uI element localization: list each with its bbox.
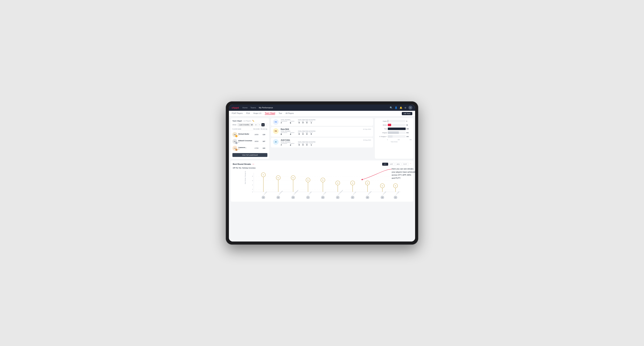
col-name-header: PLAYER NAME	[232, 128, 252, 130]
chart-val: 3	[406, 120, 412, 122]
person-icon[interactable]: 👤	[394, 106, 398, 109]
app-stat: APP 0	[302, 121, 304, 124]
chart-area: Eagles 3 Birdies 96	[376, 120, 412, 138]
streaks-arrow-icon: ←	[252, 163, 255, 166]
svg-text:4x: 4x	[367, 182, 368, 184]
table-row[interactable]: RB 1 Richard Butler ♦ 19/20 110	[232, 131, 268, 138]
rounds-group: Total Rounds Tournament 7 Practice	[281, 119, 294, 124]
grid-view-btn[interactable]: ⊞	[254, 123, 258, 126]
activities-label: Total Practice Activities	[298, 119, 315, 120]
arg-val: 0	[306, 133, 308, 135]
bar-chart-card: Eagles 3 Birdies 96	[375, 118, 413, 159]
practice-val: 6	[290, 122, 294, 124]
app-val: 0	[302, 133, 304, 135]
streaks-section: Best Round Streaks ← OTT APP ARG PUTT ← …	[231, 161, 413, 202]
player-date: 26 Aug 2023	[363, 139, 371, 141]
putt-val: 0	[310, 133, 313, 135]
nav-avatar[interactable]: U	[408, 106, 412, 110]
arg-filter-btn[interactable]: ARG	[395, 163, 401, 166]
table-row[interactable]: CA 3 Cameron... ◆ 17/20 103	[232, 145, 268, 152]
svg-text:E. Crossman: E. Crossman	[338, 190, 343, 195]
app-filter-btn[interactable]: APP	[389, 163, 394, 166]
player-avg: 107	[260, 141, 268, 142]
svg-text:3x: 3x	[382, 185, 383, 186]
nav-links: Home Teams My Performance	[242, 107, 273, 109]
svg-text:0: 0	[252, 191, 253, 192]
svg-text:5x: 5x	[322, 179, 324, 181]
player-score: 18/20	[252, 141, 260, 142]
player-stats: Total Rounds Tournament 8 Practice	[281, 131, 371, 135]
arg-stat: ARG 0	[306, 121, 308, 124]
subnav-team-clippd[interactable]: Team Clippd	[265, 112, 275, 115]
streaks-title: Best Round Streaks	[233, 163, 251, 165]
nav-my-performance[interactable]: My Performance	[259, 107, 273, 109]
player-name: Edward Crossman	[238, 140, 252, 142]
practice-label: Practice	[290, 132, 294, 133]
activities-group: Total Practice Activities OTT 0 APP	[298, 119, 315, 124]
svg-text:6x: 6x	[278, 177, 279, 178]
list-view-btn[interactable]: ≡	[258, 123, 261, 126]
name-row: Josh Coles 26 Aug 2023	[281, 139, 371, 141]
add-team-button[interactable]: Add Team	[402, 112, 412, 115]
player-table-header: PLAYER NAME PB SCORE PB AVG SQ	[232, 128, 268, 131]
chart-view-btn[interactable]: ↕	[265, 123, 268, 126]
chart-label: D. Bogeys +	[376, 136, 387, 137]
practice-label: Practice	[290, 143, 294, 144]
putt-stat: PUTT 1	[310, 143, 313, 146]
rounds-group: Total Rounds Tournament 7 Practice	[281, 141, 294, 146]
svg-text:8: 8	[252, 176, 253, 177]
subnav-hcaps[interactable]: Hcaps 1-5	[254, 112, 262, 115]
subnav-all-players[interactable]: All Players	[286, 112, 294, 115]
filter-arrow-icon: ←	[410, 163, 411, 166]
player-name: Cameron...	[238, 147, 252, 148]
app-val: 0	[302, 144, 304, 146]
table-row[interactable]: EC 2 Edward Crossman ◆ 18/20 107	[232, 138, 268, 145]
time-filter-select[interactable]: Last 3 months	[238, 123, 254, 126]
subnav-pgat[interactable]: PGAT Players	[232, 112, 242, 115]
streaks-filter: OTT APP ARG PUTT ←	[382, 163, 411, 166]
nav-home[interactable]: Home	[242, 107, 248, 109]
player-card: RB Total Rounds Tournament 7	[271, 118, 373, 126]
name-row: Rees Britt 02 Sep 2023	[281, 128, 371, 130]
chart-x-axis: 0 200 400	[376, 139, 412, 140]
chart-row-birdies: Birdies 96	[376, 124, 412, 126]
view-icons: ⊞ ≡ ▤ ↕	[254, 123, 268, 126]
chart-row-eagles: Eagles 3	[376, 120, 412, 122]
svg-text:6x: 6x	[292, 177, 294, 178]
location-icon[interactable]: ⊕	[404, 106, 406, 109]
arg-val: 0	[306, 122, 308, 124]
tournament-val: 7	[281, 122, 287, 124]
player-info: Total Rounds Tournament 7 Practice	[281, 119, 371, 124]
bell-icon[interactable]: 🔔	[400, 106, 402, 109]
svg-text:B. McHerg: B. McHerg	[278, 190, 283, 195]
team-name: Team Clippd	[232, 120, 242, 122]
streak-chart-svg: Best Streak, Fairway Accuracy 0 2 4 6 8 …	[233, 171, 411, 199]
ott-val: 0	[298, 144, 300, 146]
arg-stat: ARG 0	[306, 132, 308, 135]
subnav-tour[interactable]: Tour	[278, 112, 282, 115]
edit-icon[interactable]: ✏️	[252, 120, 254, 122]
search-icon[interactable]: 🔍	[390, 106, 392, 109]
x-tick: 200	[398, 139, 400, 140]
subnav-pga[interactable]: PGA	[246, 112, 250, 115]
rank-badge: 1	[235, 135, 238, 137]
chart-row-pars: Pars 499	[376, 128, 412, 130]
chart-bar	[388, 120, 388, 122]
tablet-screen: clippd Home Teams My Performance 🔍 👤 🔔 ⊕…	[229, 105, 415, 241]
chart-row-dbogeys: D. Bogeys + 131	[376, 135, 412, 138]
tablet-device: clippd Home Teams My Performance 🔍 👤 🔔 ⊕…	[226, 101, 418, 245]
nav-teams[interactable]: Teams	[250, 107, 256, 109]
view-full-leaderboard-button[interactable]: View Full Leaderboard	[232, 153, 268, 157]
player-avg: 110	[260, 134, 268, 135]
app-stat: APP 0	[302, 132, 304, 135]
ott-filter-btn[interactable]: OTT	[382, 163, 388, 166]
avatar: RB	[273, 119, 278, 125]
svg-text:M. Maher: M. Maher	[368, 191, 372, 195]
x-tick: 0	[387, 139, 388, 140]
sub-nav: PGAT Players PGA Hcaps 1-5 Team Clippd T…	[229, 111, 415, 116]
table-view-btn[interactable]: ▤	[262, 123, 264, 126]
chart-row-bogeys: Bogeys 311	[376, 131, 412, 134]
putt-filter-btn[interactable]: PUTT	[402, 163, 408, 166]
player-date: 02 Sep 2023	[363, 128, 371, 130]
svg-text:EE: EE	[263, 197, 264, 198]
